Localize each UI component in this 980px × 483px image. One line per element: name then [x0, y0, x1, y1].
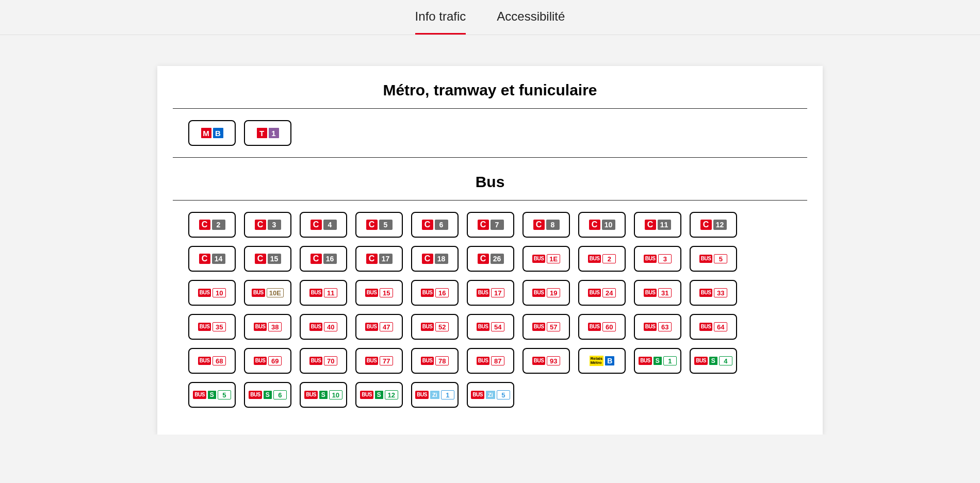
- s-icon: S: [654, 357, 662, 365]
- line-bus-16[interactable]: BUS16: [411, 280, 459, 306]
- line-number: 3: [658, 254, 672, 263]
- line-number: 26: [491, 254, 504, 264]
- bus-icon: BUS: [193, 391, 206, 399]
- line-bus-19[interactable]: BUS19: [522, 280, 570, 306]
- line-number: 10E: [267, 288, 284, 297]
- line-c-11[interactable]: C11: [634, 212, 681, 238]
- line-bus-69[interactable]: BUS69: [244, 348, 291, 374]
- line-number: 8: [546, 220, 560, 230]
- relais-icon: RelaisMétro: [590, 356, 604, 366]
- line-number: 24: [602, 288, 616, 297]
- bus-icon: BUS: [477, 289, 490, 297]
- bus-icon: BUS: [699, 289, 713, 297]
- line-c-12[interactable]: C12: [690, 212, 737, 238]
- line-bus-s-6[interactable]: BUSS6: [244, 382, 291, 408]
- line-tram-1[interactable]: T 1: [244, 120, 291, 146]
- c-icon: C: [700, 220, 712, 230]
- line-bus-2[interactable]: BUS2: [578, 246, 626, 272]
- line-bus-10[interactable]: BUS10: [188, 280, 236, 306]
- line-number: 40: [324, 322, 337, 331]
- line-number: 12: [713, 220, 727, 230]
- line-number: 63: [658, 322, 672, 331]
- line-c-10[interactable]: C10: [578, 212, 626, 238]
- bus-icon: BUS: [532, 289, 546, 297]
- line-c-3[interactable]: C3: [244, 212, 291, 238]
- line-relais-metro-b[interactable]: RelaisMétroB: [578, 348, 626, 374]
- c-icon: C: [366, 254, 378, 264]
- line-c-16[interactable]: C16: [300, 246, 347, 272]
- line-bus-1E[interactable]: BUS1E: [522, 246, 570, 272]
- line-c-4[interactable]: C4: [300, 212, 347, 238]
- line-number: 4: [323, 220, 337, 230]
- line-bus-78[interactable]: BUS78: [411, 348, 459, 374]
- line-bus-93[interactable]: BUS93: [522, 348, 570, 374]
- line-bus-35[interactable]: BUS35: [188, 314, 236, 340]
- line-c-6[interactable]: C6: [411, 212, 459, 238]
- line-bus-10E[interactable]: BUS10E: [244, 280, 291, 306]
- bus-icon: BUS: [699, 323, 713, 331]
- line-bus-zi-1[interactable]: BUSZi1: [411, 382, 459, 408]
- line-number: 12: [385, 390, 398, 399]
- line-bus-24[interactable]: BUS24: [578, 280, 626, 306]
- zi-icon: Zi: [486, 391, 495, 399]
- line-bus-68[interactable]: BUS68: [188, 348, 236, 374]
- line-bus-47[interactable]: BUS47: [355, 314, 403, 340]
- bus-icon: BUS: [252, 289, 265, 297]
- line-bus-s-4[interactable]: BUSS4: [690, 348, 737, 374]
- line-number: 78: [435, 356, 449, 365]
- bus-icon: BUS: [198, 323, 211, 331]
- bus-icon: BUS: [198, 289, 211, 297]
- line-c-26[interactable]: C26: [467, 246, 514, 272]
- line-c-7[interactable]: C7: [467, 212, 514, 238]
- line-bus-17[interactable]: BUS17: [467, 280, 514, 306]
- bus-icon: BUS: [694, 357, 708, 365]
- bus-icon: BUS: [360, 391, 373, 399]
- bus-icon: BUS: [304, 391, 318, 399]
- line-bus-31[interactable]: BUS31: [634, 280, 681, 306]
- line-bus-15[interactable]: BUS15: [355, 280, 403, 306]
- tab-accessibility[interactable]: Accessibilité: [497, 9, 565, 35]
- line-bus-s-12[interactable]: BUSS12: [355, 382, 403, 408]
- line-c-8[interactable]: C8: [522, 212, 570, 238]
- line-bus-64[interactable]: BUS64: [690, 314, 737, 340]
- line-bus-s-5[interactable]: BUSS5: [188, 382, 236, 408]
- line-bus-63[interactable]: BUS63: [634, 314, 681, 340]
- section-title-bus: Bus: [157, 158, 823, 200]
- line-bus-77[interactable]: BUS77: [355, 348, 403, 374]
- line-number: 77: [380, 356, 393, 365]
- line-number: 93: [547, 356, 560, 365]
- tabs-nav: Info trafic Accessibilité: [0, 0, 980, 35]
- line-bus-87[interactable]: BUS87: [467, 348, 514, 374]
- line-bus-33[interactable]: BUS33: [690, 280, 737, 306]
- line-number: 5: [218, 390, 231, 399]
- line-bus-11[interactable]: BUS11: [300, 280, 347, 306]
- line-c-15[interactable]: C15: [244, 246, 291, 272]
- line-number: 10: [213, 288, 226, 297]
- line-c-18[interactable]: C18: [411, 246, 459, 272]
- line-c-5[interactable]: C5: [355, 212, 403, 238]
- line-bus-52[interactable]: BUS52: [411, 314, 459, 340]
- bus-icon: BUS: [644, 323, 657, 331]
- line-number: 31: [658, 288, 672, 297]
- bus-icon: BUS: [532, 357, 546, 365]
- line-bus-57[interactable]: BUS57: [522, 314, 570, 340]
- line-bus-s-10[interactable]: BUSS10: [300, 382, 347, 408]
- tab-info-trafic[interactable]: Info trafic: [415, 9, 466, 35]
- line-number: 5: [714, 254, 727, 263]
- line-c-2[interactable]: C2: [188, 212, 236, 238]
- c-icon: C: [645, 220, 656, 230]
- line-bus-40[interactable]: BUS40: [300, 314, 347, 340]
- line-bus-70[interactable]: BUS70: [300, 348, 347, 374]
- line-bus-54[interactable]: BUS54: [467, 314, 514, 340]
- line-bus-38[interactable]: BUS38: [244, 314, 291, 340]
- line-number: 17: [491, 288, 504, 297]
- line-bus-60[interactable]: BUS60: [578, 314, 626, 340]
- line-c-14[interactable]: C14: [188, 246, 236, 272]
- line-number: 38: [268, 322, 282, 331]
- line-metro-b[interactable]: M B: [188, 120, 236, 146]
- line-c-17[interactable]: C17: [355, 246, 403, 272]
- line-bus-5[interactable]: BUS5: [690, 246, 737, 272]
- line-bus-3[interactable]: BUS3: [634, 246, 681, 272]
- line-bus-s-1[interactable]: BUSS1: [634, 348, 681, 374]
- line-bus-zi-5[interactable]: BUSZi5: [467, 382, 514, 408]
